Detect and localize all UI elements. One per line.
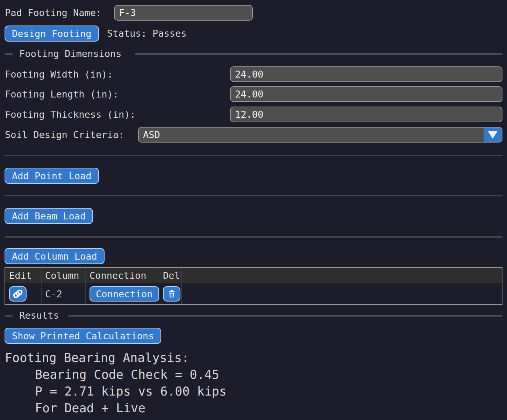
- table-header-edit: Edit: [5, 268, 42, 283]
- table-header-connection: Connection: [86, 268, 159, 283]
- table-cell-edit: [5, 283, 42, 304]
- table-header-spacer: [182, 268, 502, 283]
- table-header-column: Column: [42, 268, 86, 283]
- soil-design-criteria-select[interactable]: ASD: [138, 127, 502, 143]
- pad-footing-name-input[interactable]: [114, 5, 253, 21]
- footing-length-input[interactable]: [230, 86, 502, 102]
- footing-dimensions-title: Footing Dimensions: [19, 49, 122, 59]
- dropdown-arrow-button[interactable]: [484, 128, 502, 142]
- table-cell-spacer: [182, 283, 502, 304]
- results-heading: Footing Bearing Analysis:: [5, 349, 494, 366]
- edit-column-load-button[interactable]: [9, 286, 27, 302]
- add-point-load-button[interactable]: Add Point Load: [5, 168, 99, 184]
- section-line: [67, 315, 502, 317]
- section-line: [135, 53, 502, 55]
- pad-footing-design-panel: Pad Footing Name: Design Footing Status:…: [0, 0, 507, 420]
- footing-width-label: Footing Width (in):: [5, 66, 113, 82]
- table-header-row: Edit Column Connection Del: [5, 268, 502, 283]
- design-footing-button[interactable]: Design Footing: [5, 26, 99, 42]
- footing-thickness-input[interactable]: [230, 107, 502, 122]
- soil-design-criteria-label: Soil Design Criteria:: [5, 127, 124, 143]
- table-header-del: Del: [159, 268, 182, 283]
- soil-design-criteria-value: ASD: [143, 129, 160, 140]
- results-line: Bearing Code Check = 0.45: [5, 366, 507, 383]
- section-dash: [5, 315, 13, 317]
- chevron-down-icon: [488, 131, 498, 139]
- results-line: For Dead + Live: [5, 400, 507, 417]
- footing-length-label: Footing Length (in):: [5, 86, 119, 102]
- separator: [5, 195, 502, 196]
- link-icon: [12, 288, 23, 299]
- table-cell-del: [159, 283, 182, 304]
- show-printed-calculations-button[interactable]: Show Printed Calculations: [5, 328, 161, 344]
- separator: [5, 236, 502, 238]
- column-load-table: Edit Column Connection Del C-2 Con: [5, 267, 502, 305]
- footing-thickness-label: Footing Thickness (in):: [5, 107, 136, 122]
- table-cell-column: C-2: [42, 283, 86, 304]
- pad-footing-name-label: Pad Footing Name:: [5, 5, 101, 21]
- results-line: P = 2.71 kips vs 6.00 kips: [5, 383, 507, 400]
- trash-icon: [167, 289, 177, 299]
- table-cell-connection: Connection: [86, 283, 159, 304]
- section-dash: [5, 53, 13, 55]
- results-title: Results: [19, 310, 59, 321]
- add-column-load-button[interactable]: Add Column Load: [5, 248, 105, 264]
- delete-column-load-button[interactable]: [163, 286, 180, 302]
- footing-width-input[interactable]: [230, 66, 502, 82]
- add-beam-load-button[interactable]: Add Beam Load: [5, 208, 93, 224]
- status-text: Status: Passes: [107, 26, 187, 41]
- table-row: C-2 Connection: [5, 283, 502, 304]
- separator: [5, 155, 502, 156]
- connection-button[interactable]: Connection: [90, 286, 159, 302]
